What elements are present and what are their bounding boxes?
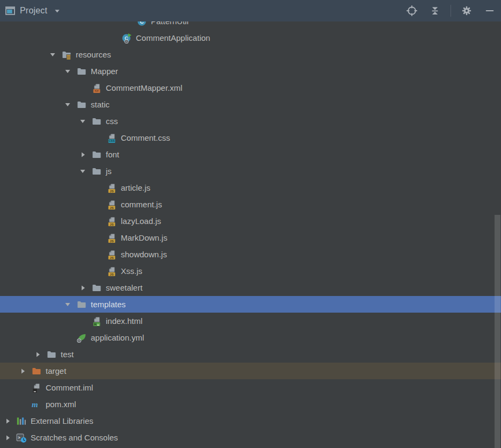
tree-row-mapper[interactable]: Mapper (0, 63, 501, 80)
arrow-spacer (93, 184, 106, 192)
folder-icon (46, 349, 57, 360)
tree-row-label: js (106, 163, 112, 179)
tree-row-target[interactable]: target (0, 363, 501, 379)
tree-row-commentapplication[interactable]: C CommentApplication (0, 30, 501, 46)
chevron-collapsed-icon[interactable] (3, 433, 16, 442)
project-tool-window-icon (5, 5, 16, 16)
folder-icon (91, 149, 102, 160)
arrow-spacer (93, 234, 106, 242)
tree-row-label: static (91, 96, 110, 113)
chevron-expanded-icon[interactable] (78, 167, 91, 176)
libraries-icon (16, 416, 27, 427)
folder-icon (91, 116, 102, 127)
gear-icon (461, 5, 472, 16)
tree-row-resources[interactable]: resources (0, 46, 501, 63)
tree-row-index-html[interactable]: H index.html (0, 313, 501, 329)
tree-row-commentmapper-xml[interactable]: <> CommentMapper.xml (0, 80, 501, 96)
collapse-all-button[interactable] (427, 3, 442, 18)
tree-row-font[interactable]: font (0, 146, 501, 163)
tree-row-showdown-js[interactable]: JS showdown.js (0, 246, 501, 263)
tree-row-label: CommentApplication (136, 30, 210, 46)
arrow-spacer (93, 267, 106, 276)
tree-row-css[interactable]: css (0, 113, 501, 129)
tool-window-title-button[interactable]: Project (0, 5, 61, 16)
vertical-scrollbar-thumb[interactable] (495, 215, 500, 448)
tree-row-templates[interactable]: templates (0, 296, 501, 313)
tree-row-lazyload-js[interactable]: JS lazyLoad.js (0, 213, 501, 229)
chevron-expanded-icon[interactable] (63, 300, 76, 309)
chevron-expanded-icon[interactable] (78, 117, 91, 126)
tree-row-article-js[interactable]: JS article.js (0, 179, 501, 196)
chevron-expanded-icon[interactable] (63, 100, 76, 109)
css-file-icon: CSS (106, 133, 117, 143)
folder-icon (91, 166, 102, 177)
tree-row-static[interactable]: static (0, 96, 501, 113)
tree-row-application-yml[interactable]: application.yml (0, 329, 501, 346)
tree-row-comment-js[interactable]: JS comment.js (0, 196, 501, 213)
tree-row-comment-css[interactable]: CSS Comment.css (0, 129, 501, 146)
tree-row-external-libraries[interactable]: External Libraries (0, 413, 501, 429)
arrow-spacer (108, 34, 121, 42)
tree-row-label: Comment.css (121, 129, 170, 146)
chevron-expanded-icon[interactable] (48, 50, 61, 59)
svg-text:JS: JS (110, 272, 113, 276)
xml-file-icon: <> (91, 83, 102, 93)
arrow-spacer (93, 217, 106, 226)
tool-window-title: Project (20, 6, 47, 16)
js-file-icon: JS (106, 249, 117, 260)
folder-icon (76, 99, 87, 110)
arrow-spacer (18, 384, 31, 392)
header-toolbar (396, 3, 501, 18)
svg-text:H: H (94, 322, 97, 326)
chevron-expanded-icon[interactable] (63, 67, 76, 76)
chevron-collapsed-icon[interactable] (18, 367, 31, 375)
svg-text:m: m (32, 400, 38, 409)
tool-window-header: Project (0, 0, 501, 21)
chevron-collapsed-icon[interactable] (78, 284, 91, 292)
folder-icon (76, 299, 87, 310)
tree-row-label: test (61, 346, 74, 363)
tree-row-label: comment.js (121, 196, 162, 213)
tree-row-label: target (46, 363, 66, 379)
chevron-collapsed-icon[interactable] (78, 150, 91, 159)
arrow-spacer (78, 317, 91, 326)
tree-row-label: css (106, 113, 118, 129)
tree-row-label: lazyLoad.js (121, 213, 161, 229)
tree-row-label: Mapper (91, 63, 118, 80)
chevron-down-icon (54, 8, 61, 15)
chevron-collapsed-icon[interactable] (3, 417, 16, 425)
tree-row-comment-iml[interactable]: Comment.iml (0, 379, 501, 396)
chevron-collapsed-icon[interactable] (33, 350, 46, 359)
svg-text:JS: JS (110, 222, 113, 226)
tree-row-markdown-js[interactable]: JS MarkDown.js (0, 229, 501, 246)
hide-button[interactable] (482, 3, 497, 18)
svg-text:<>: <> (95, 89, 99, 92)
tree-row-label: templates (91, 296, 126, 313)
js-file-icon: JS (106, 266, 117, 277)
minimize-icon (484, 5, 495, 16)
arrow-spacer (93, 250, 106, 259)
project-tool-window: C PatternUtil C CommentApplication resou… (0, 0, 501, 448)
tree-row-label: article.js (121, 179, 150, 196)
tree-row-label: sweetalert (106, 279, 142, 296)
settings-button[interactable] (459, 3, 474, 18)
tree-row-sweetalert[interactable]: sweetalert (0, 279, 501, 296)
toolbar-separator (451, 5, 451, 17)
excluded-folder-icon (31, 366, 42, 377)
tree-row-xss-js[interactable]: JS Xss.js (0, 263, 501, 279)
tree-row-js[interactable]: js (0, 163, 501, 179)
tree-row-label: Comment.iml (46, 379, 93, 396)
spring-config-icon (76, 333, 87, 343)
html-file-icon: H (91, 316, 102, 327)
tree-row-test[interactable]: test (0, 346, 501, 363)
locate-icon (406, 5, 418, 17)
scratches-icon: > (16, 432, 27, 443)
locate-button[interactable] (404, 3, 419, 18)
maven-icon: m (31, 399, 42, 410)
spring-boot-class-icon: C (121, 33, 132, 44)
tree-row-scratches-and-consoles[interactable]: > Scratches and Consoles (0, 429, 501, 446)
module-file-icon (31, 382, 42, 393)
arrow-spacer (93, 134, 106, 142)
tree-row-pom-xml[interactable]: m pom.xml (0, 396, 501, 413)
tree-row-label: index.html (106, 313, 142, 329)
